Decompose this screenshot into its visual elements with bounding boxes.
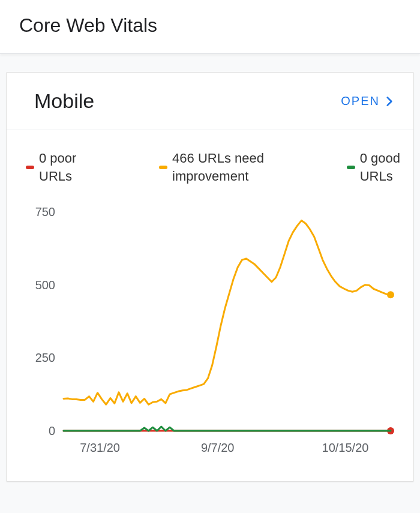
svg-text:750: 750 [35, 205, 55, 218]
svg-text:500: 500 [35, 278, 55, 292]
svg-text:9/7/20: 9/7/20 [201, 441, 235, 454]
svg-text:0: 0 [49, 424, 55, 437]
series-line [64, 427, 391, 431]
legend-label-good: 0 goodURLs [360, 149, 400, 185]
legend-label-poor: 0 poorURLs [39, 149, 76, 185]
svg-text:10/15/20: 10/15/20 [322, 441, 369, 454]
line-chart[interactable]: 02505007507/31/209/7/2010/15/20 [19, 203, 403, 461]
series-end-marker [387, 292, 394, 299]
card-title: Mobile [34, 89, 94, 113]
series-line [64, 221, 391, 405]
legend-label-ni: 466 URLs needimprovement [172, 149, 264, 185]
svg-text:250: 250 [35, 352, 55, 365]
open-report-link[interactable]: OPEN [341, 94, 395, 108]
card-header: Mobile OPEN [7, 73, 413, 130]
mobile-card: Mobile OPEN 0 poorURLs 466 URLs needimpr… [6, 72, 414, 482]
swatch-good-icon [347, 166, 355, 169]
legend-item-good[interactable]: 0 goodURLs [347, 149, 400, 185]
legend-item-poor[interactable]: 0 poorURLs [26, 149, 76, 185]
chart-legend: 0 poorURLs 466 URLs needimprovement 0 go… [7, 130, 413, 191]
page-header: Core Web Vitals [0, 0, 420, 54]
open-label: OPEN [341, 94, 380, 108]
legend-item-ni[interactable]: 466 URLs needimprovement [159, 149, 264, 185]
swatch-ni-icon [159, 166, 167, 169]
svg-text:7/31/20: 7/31/20 [80, 441, 120, 454]
chevron-right-icon [383, 95, 395, 107]
chart-area: 02505007507/31/209/7/2010/15/20 [7, 191, 413, 481]
page-title: Core Web Vitals [19, 14, 401, 37]
swatch-poor-icon [26, 166, 34, 169]
